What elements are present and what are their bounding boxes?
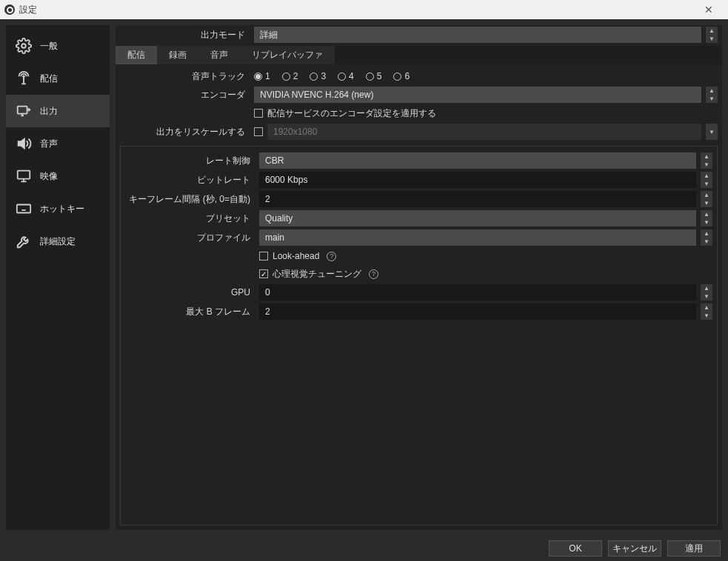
titlebar: 設定 ✕ bbox=[0, 0, 728, 19]
audio-track-6[interactable] bbox=[393, 73, 401, 81]
rate-control-spinner[interactable]: ▲▼ bbox=[701, 152, 712, 169]
audio-track-2[interactable] bbox=[282, 73, 290, 81]
chevron-up-icon: ▲ bbox=[701, 152, 712, 161]
monitor-icon bbox=[15, 167, 33, 185]
sidebar-item-label: ホットキー bbox=[40, 203, 84, 215]
bframes-label: 最大 B フレーム bbox=[125, 306, 255, 318]
tab-streaming[interactable]: 配信 bbox=[116, 46, 157, 64]
audio-track-3[interactable] bbox=[310, 73, 318, 81]
lookahead-checkbox[interactable] bbox=[259, 252, 268, 261]
gpu-input[interactable]: 0 bbox=[259, 284, 696, 300]
ok-button[interactable]: OK bbox=[549, 540, 602, 557]
sidebar-item-label: 一般 bbox=[40, 40, 58, 53]
output-tabs: 配信 録画 音声 リプレイバッファ bbox=[116, 46, 722, 64]
output-mode-spinner[interactable]: ▲▼ bbox=[706, 27, 718, 43]
sidebar-item-audio[interactable]: 音声 bbox=[6, 127, 110, 160]
chevron-up-icon: ▲ bbox=[701, 284, 712, 292]
rescale-checkbox[interactable] bbox=[254, 127, 263, 136]
profile-spinner[interactable]: ▲▼ bbox=[701, 229, 712, 246]
cancel-button[interactable]: キャンセル bbox=[608, 540, 661, 557]
chevron-up-icon: ▲ bbox=[706, 87, 718, 95]
dialog-footer: OK キャンセル 適用 bbox=[0, 536, 728, 561]
keyint-label: キーフレーム間隔 (秒, 0=自動) bbox=[125, 193, 255, 206]
audio-track-4[interactable] bbox=[338, 73, 346, 81]
chevron-down-icon: ▼ bbox=[706, 35, 718, 43]
bframes-input[interactable]: 2 bbox=[259, 303, 696, 320]
chevron-down-icon: ▼ bbox=[706, 124, 718, 140]
chevron-down-icon: ▼ bbox=[701, 292, 712, 300]
tab-audio[interactable]: 音声 bbox=[198, 46, 240, 64]
sidebar-item-label: 音声 bbox=[40, 138, 58, 150]
svg-point-1 bbox=[23, 75, 24, 77]
bframes-spinner[interactable]: ▲▼ bbox=[701, 303, 712, 320]
rescale-select: 1920x1080 bbox=[267, 124, 701, 140]
chevron-down-icon: ▼ bbox=[701, 161, 712, 169]
profile-label: プロファイル bbox=[125, 232, 255, 244]
chevron-down-icon: ▼ bbox=[701, 238, 712, 246]
audio-track-1[interactable] bbox=[254, 73, 262, 81]
close-icon[interactable]: ✕ bbox=[694, 4, 724, 16]
help-icon[interactable]: ? bbox=[327, 252, 336, 261]
keyboard-icon bbox=[15, 200, 33, 218]
encoder-label: エンコーダ bbox=[120, 89, 250, 101]
chevron-up-icon: ▲ bbox=[706, 27, 718, 35]
chevron-down-icon: ▼ bbox=[701, 218, 712, 226]
rate-control-label: レート制御 bbox=[125, 155, 255, 167]
sidebar-item-video[interactable]: 映像 bbox=[6, 160, 110, 192]
speaker-icon bbox=[15, 135, 33, 152]
apply-button[interactable]: 適用 bbox=[667, 540, 721, 557]
sidebar-item-hotkeys[interactable]: ホットキー bbox=[6, 192, 110, 225]
chevron-down-icon: ▼ bbox=[706, 95, 718, 103]
sidebar-item-label: 出力 bbox=[40, 105, 58, 118]
output-mode-select[interactable]: 詳細 bbox=[254, 27, 701, 43]
sidebar-item-label: 詳細設定 bbox=[40, 235, 76, 248]
help-icon[interactable]: ? bbox=[369, 269, 378, 279]
tab-recording[interactable]: 録画 bbox=[157, 46, 198, 64]
sidebar-item-stream[interactable]: 配信 bbox=[6, 62, 110, 95]
preset-select[interactable]: Quality bbox=[259, 210, 696, 226]
keyint-input[interactable]: 2 bbox=[259, 191, 696, 207]
rescale-label: 出力をリスケールする bbox=[120, 126, 250, 138]
chevron-up-icon: ▲ bbox=[701, 172, 712, 180]
psycho-visual-checkbox[interactable] bbox=[259, 269, 268, 278]
bitrate-spinner[interactable]: ▲▼ bbox=[701, 172, 712, 188]
app-icon bbox=[4, 4, 15, 15]
output-mode-label: 出力モード bbox=[120, 29, 250, 41]
output-icon bbox=[15, 102, 33, 120]
sidebar-item-advanced[interactable]: 詳細設定 bbox=[6, 225, 110, 258]
encoder-settings-box: レート制御 CBR ▲▼ ビットレート 6000 Kbps ▲▼ キーフレーム間… bbox=[120, 146, 718, 525]
encoder-spinner[interactable]: ▲▼ bbox=[706, 87, 718, 103]
sidebar-item-general[interactable]: 一般 bbox=[6, 30, 110, 62]
enforce-encoder-label: 配信サービスのエンコーダ設定を適用する bbox=[267, 107, 436, 120]
sidebar-item-label: 映像 bbox=[40, 170, 58, 183]
profile-select[interactable]: main bbox=[259, 229, 696, 246]
svg-point-0 bbox=[21, 44, 26, 48]
tab-replay-buffer[interactable]: リプレイバッファ bbox=[240, 46, 335, 64]
encoder-select[interactable]: NVIDIA NVENC H.264 (new) bbox=[254, 87, 701, 103]
lookahead-label: Look-ahead bbox=[273, 251, 319, 261]
enforce-encoder-checkbox[interactable] bbox=[254, 109, 263, 118]
gear-icon bbox=[15, 37, 33, 55]
preset-spinner[interactable]: ▲▼ bbox=[701, 210, 712, 226]
content-panel: 出力モード 詳細 ▲▼ 配信 録画 音声 リプレイバッファ 音声トラック 1 2… bbox=[116, 25, 722, 530]
sidebar-item-label: 配信 bbox=[40, 73, 58, 85]
tools-icon bbox=[15, 232, 33, 250]
chevron-down-icon: ▼ bbox=[701, 312, 712, 320]
psycho-visual-label: 心理視覚チューニング bbox=[273, 268, 361, 280]
chevron-up-icon: ▲ bbox=[701, 210, 712, 218]
svg-rect-4 bbox=[17, 205, 30, 213]
audio-track-5[interactable] bbox=[366, 73, 374, 81]
keyint-spinner[interactable]: ▲▼ bbox=[701, 191, 712, 207]
antenna-icon bbox=[15, 70, 33, 87]
sidebar-item-output[interactable]: 出力 bbox=[6, 95, 110, 127]
window-title: 設定 bbox=[19, 4, 37, 16]
gpu-spinner[interactable]: ▲▼ bbox=[701, 284, 712, 300]
rate-control-select[interactable]: CBR bbox=[259, 152, 696, 169]
bitrate-input[interactable]: 6000 Kbps bbox=[259, 172, 696, 188]
audio-track-radios: 1 2 3 4 5 6 bbox=[254, 71, 410, 81]
audio-track-label: 音声トラック bbox=[120, 70, 250, 83]
chevron-down-icon: ▼ bbox=[701, 199, 712, 207]
chevron-up-icon: ▲ bbox=[701, 303, 712, 312]
sidebar: 一般 配信 出力 音声 映像 ホットキー 詳細設定 bbox=[6, 25, 110, 530]
bitrate-label: ビットレート bbox=[125, 174, 255, 187]
